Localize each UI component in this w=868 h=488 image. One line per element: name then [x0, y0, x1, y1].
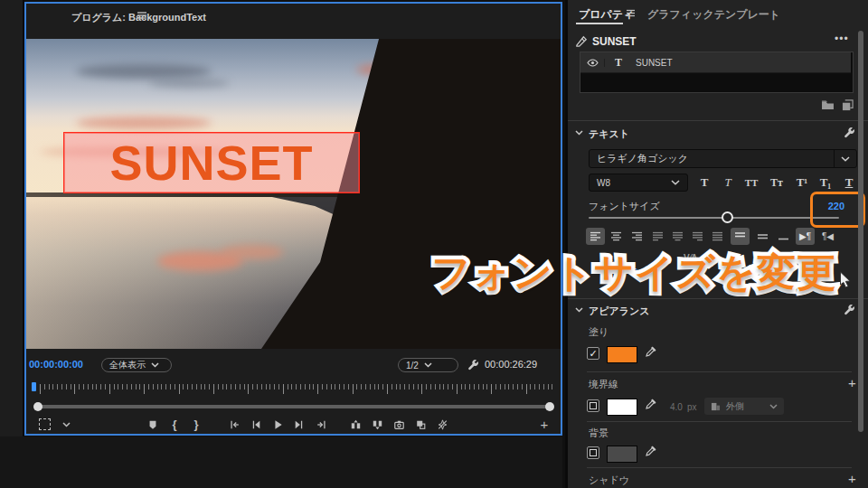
chevron-down-icon[interactable]	[834, 150, 856, 167]
play-icon[interactable]	[267, 418, 288, 432]
superscript-button[interactable]: T¹	[792, 174, 812, 191]
fill-eyedropper-icon[interactable]	[645, 345, 657, 358]
button-editor-plus-icon[interactable]: +	[533, 418, 555, 432]
chevron-down-icon[interactable]	[55, 418, 77, 432]
settings-wrench-icon[interactable]	[467, 359, 479, 371]
underline-button[interactable]: T	[839, 174, 859, 191]
zoom-level-select[interactable]: 全体表示	[101, 358, 172, 372]
safe-margins-icon[interactable]	[33, 418, 55, 432]
panel-scrollbar[interactable]	[858, 31, 863, 432]
appearance-section-title[interactable]: アピアランス	[589, 305, 650, 318]
global-fx-mute-icon[interactable]	[431, 418, 453, 432]
new-group-folder-icon[interactable]	[821, 99, 835, 110]
mark-in-icon[interactable]: {	[164, 418, 185, 432]
font-family-select[interactable]: ヒラギノ角ゴシック	[589, 149, 857, 168]
add-marker-icon[interactable]	[142, 418, 164, 432]
stroke-width-value[interactable]: 4.0	[670, 402, 683, 412]
chevron-down-icon[interactable]	[575, 130, 583, 136]
overlay-title-text[interactable]: SUNSET	[109, 138, 313, 187]
align-left-button[interactable]	[586, 228, 605, 245]
scrollbar-knob-left[interactable]	[33, 402, 42, 411]
align-center-button[interactable]	[607, 228, 626, 245]
font-size-slider-handle[interactable]	[722, 211, 733, 223]
divider	[587, 467, 852, 468]
eye-visibility-icon[interactable]	[580, 59, 605, 67]
extract-icon[interactable]	[366, 418, 388, 432]
video-preview[interactable]: SUNSET	[26, 39, 561, 349]
font-style-value: W8	[597, 178, 610, 188]
fill-color-swatch[interactable]	[607, 346, 637, 363]
align-middle-button[interactable]	[753, 228, 772, 245]
justify-all-button[interactable]	[708, 228, 727, 245]
text-section-title[interactable]: テキスト	[589, 127, 629, 141]
justify-last-right-button[interactable]	[688, 228, 707, 245]
layer-row-sunset[interactable]: T SUNSET	[580, 52, 851, 73]
add-shadow-button[interactable]: +	[848, 474, 856, 484]
font-style-select[interactable]: W8	[589, 174, 688, 192]
playhead-marker[interactable]	[32, 382, 36, 391]
selected-text-layer[interactable]: SUNSET	[63, 132, 360, 193]
mouse-cursor-icon	[839, 271, 853, 289]
premiere-pro-window: プログラム: BackgroundText SUNSET	[0, 0, 868, 488]
mark-out-icon[interactable]: }	[185, 418, 207, 432]
text-direction-vertical-button[interactable]: ¶◀	[818, 228, 837, 245]
stroke-eyedropper-icon[interactable]	[645, 398, 657, 410]
go-to-out-icon[interactable]	[310, 418, 332, 432]
background-eyedropper-icon[interactable]	[645, 445, 657, 457]
export-frame-icon[interactable]	[388, 418, 410, 432]
sequence-duration: 00:00:26:29	[485, 359, 537, 370]
comparison-view-icon[interactable]	[410, 418, 431, 432]
scrollbar-knob-right[interactable]	[545, 402, 554, 411]
add-stroke-button[interactable]: +	[848, 378, 856, 389]
step-forward-icon[interactable]	[288, 418, 310, 432]
background-enabled-checkbox[interactable]	[587, 446, 599, 459]
panel-menu-icon[interactable]	[626, 9, 636, 17]
all-caps-button[interactable]: TT	[741, 174, 761, 191]
monitor-time-ruler[interactable]	[33, 383, 554, 396]
new-layer-icon[interactable]	[842, 99, 854, 111]
font-size-slider-track[interactable]	[589, 217, 839, 219]
chevron-down-icon[interactable]	[575, 307, 583, 313]
playback-resolution-select[interactable]: 1/2	[398, 358, 458, 372]
cloud	[76, 117, 212, 129]
subscript-button[interactable]: T₁	[816, 174, 835, 191]
small-caps-button[interactable]: Tᴛ	[767, 174, 787, 191]
monitor-scrollbar[interactable]	[33, 402, 554, 411]
tab-graphic-templates[interactable]: グラフィックテンプレート	[647, 7, 780, 23]
stroke-position-value: 外側	[726, 400, 764, 413]
appearance-settings-wrench-icon[interactable]	[844, 304, 855, 315]
text-direction-horizontal-button[interactable]: ▶¶	[796, 228, 815, 245]
divider	[587, 421, 852, 422]
step-back-icon[interactable]	[245, 418, 267, 432]
background-color-swatch[interactable]	[607, 446, 637, 463]
layer-name: SUNSET	[636, 58, 673, 68]
text-settings-wrench-icon[interactable]	[844, 127, 855, 138]
lift-icon[interactable]	[344, 418, 366, 432]
go-to-in-icon[interactable]	[223, 418, 245, 432]
fill-label: 塗り	[589, 325, 609, 339]
program-monitor-panel: プログラム: BackgroundText SUNSET	[24, 2, 562, 436]
faux-bold-button[interactable]: T	[694, 174, 714, 191]
ruler-ticks-major	[40, 384, 554, 394]
align-right-button[interactable]	[627, 228, 646, 245]
properties-panel: プロパティ グラフィックテンプレート SUNSET ••• T SUNSET	[565, 0, 868, 488]
fill-enabled-checkbox[interactable]: ✓	[587, 347, 599, 360]
justify-last-center-button[interactable]	[668, 228, 687, 245]
chevron-down-icon	[769, 404, 778, 409]
graphic-clip-icon	[575, 34, 589, 48]
active-tab-underline	[576, 23, 623, 24]
panel-menu-icon[interactable]	[137, 11, 147, 20]
stroke-enabled-checkbox[interactable]	[587, 399, 599, 412]
justify-last-left-button[interactable]	[648, 228, 667, 245]
stroke-color-swatch[interactable]	[607, 399, 637, 416]
align-top-button[interactable]	[731, 228, 750, 245]
scrollbar-track[interactable]	[37, 405, 551, 408]
chevron-down-icon	[671, 180, 680, 185]
stroke-position-select[interactable]: 外側	[704, 398, 784, 415]
shadow-label: シャドウ	[589, 474, 629, 487]
align-bottom-button[interactable]	[774, 228, 793, 245]
divider	[587, 371, 852, 372]
current-timecode[interactable]: 00:00:00:00	[29, 359, 83, 370]
faux-italic-button[interactable]: T	[718, 174, 738, 191]
more-options-button[interactable]: •••	[835, 33, 849, 45]
